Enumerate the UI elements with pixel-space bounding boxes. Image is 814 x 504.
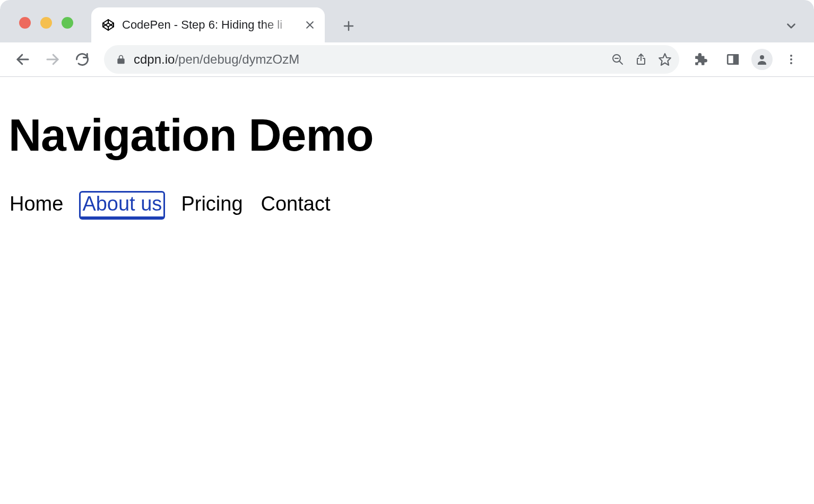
svg-marker-13 [659, 54, 671, 65]
tab-dropdown-button[interactable] [779, 14, 803, 38]
nav-link-about[interactable]: About us [80, 192, 164, 219]
window-close-button[interactable] [19, 17, 31, 29]
bookmark-star-icon[interactable] [658, 53, 672, 66]
codepen-icon [102, 19, 115, 31]
url-domain: cdpn.io [134, 52, 175, 67]
reload-button[interactable] [69, 46, 96, 73]
extensions-button[interactable] [688, 46, 714, 73]
svg-point-20 [790, 62, 792, 64]
profile-avatar[interactable] [751, 49, 773, 70]
window-minimize-button[interactable] [40, 17, 52, 29]
forward-button[interactable] [39, 46, 66, 73]
svg-point-17 [760, 55, 764, 59]
nav-link-contact[interactable]: Contact [260, 192, 332, 219]
back-button[interactable] [10, 46, 36, 73]
svg-point-18 [790, 55, 792, 57]
browser-tab[interactable]: CodePen - Step 6: Hiding the li [91, 7, 325, 42]
share-icon[interactable] [635, 53, 647, 66]
page-content: Navigation Demo Home About us Pricing Co… [0, 77, 814, 219]
browser-toolbar: cdpn.io/pen/debug/dymzOzM [0, 42, 814, 76]
nav-link-home[interactable]: Home [8, 192, 64, 219]
window-controls [19, 17, 73, 29]
kebab-menu-button[interactable] [778, 46, 804, 73]
primary-navigation: Home About us Pricing Contact [8, 192, 806, 219]
side-panel-button[interactable] [720, 46, 746, 73]
svg-line-10 [619, 61, 622, 64]
svg-rect-16 [734, 55, 738, 64]
url-text: cdpn.io/pen/debug/dymzOzM [134, 52, 604, 67]
lock-icon [116, 54, 126, 65]
close-tab-button[interactable] [305, 20, 315, 30]
zoom-icon[interactable] [611, 53, 624, 66]
tab-title: CodePen - Step 6: Hiding the li [122, 18, 297, 32]
nav-link-pricing[interactable]: Pricing [180, 192, 244, 219]
svg-point-19 [790, 58, 792, 60]
tab-strip: CodePen - Step 6: Hiding the li [91, 7, 803, 42]
new-tab-button[interactable] [336, 14, 361, 38]
browser-chrome: CodePen - Step 6: Hiding the li [0, 0, 814, 77]
address-bar[interactable]: cdpn.io/pen/debug/dymzOzM [104, 45, 679, 74]
window-fullscreen-button[interactable] [62, 17, 73, 29]
page-heading: Navigation Demo [8, 109, 806, 161]
url-path: /pen/debug/dymzOzM [175, 52, 299, 67]
